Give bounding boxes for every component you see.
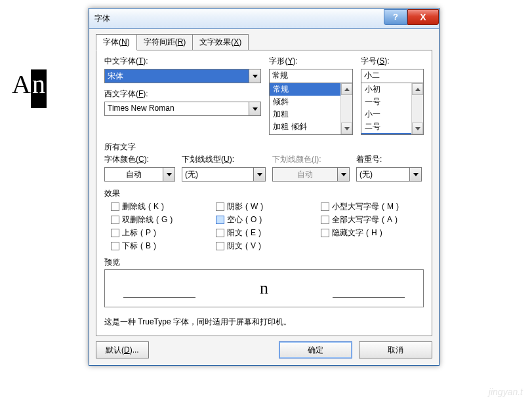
chevron-down-icon — [167, 173, 172, 176]
tab-text-effects[interactable]: 文字效果(X) — [193, 34, 249, 50]
cn-font-value: 宋体 — [105, 69, 249, 83]
close-icon: X — [420, 12, 426, 22]
size-label: 字号(S): — [361, 56, 424, 67]
cancel-button[interactable]: 取消 — [359, 341, 432, 358]
titlebar[interactable]: 字体 ? X — [89, 9, 439, 29]
chevron-down-icon — [341, 173, 346, 176]
size-option[interactable]: 小二 — [361, 133, 411, 134]
checkbox-superscript[interactable]: 上标(P) — [111, 227, 190, 239]
style-option[interactable]: 倾斜 — [270, 96, 340, 108]
all-text-label: 所有文字 — [104, 142, 424, 153]
chevron-down-icon — [415, 127, 420, 130]
scroll-track[interactable] — [341, 95, 352, 123]
document-text: An — [12, 69, 47, 100]
effects-col1: 删除线(K) 双删除线(G) 上标(P) 下标(B) — [111, 201, 190, 252]
checkbox-icon — [216, 242, 224, 250]
underline-color-label: 下划线颜色(I): — [272, 154, 350, 165]
checkbox-double-strike[interactable]: 双删除线(G) — [111, 214, 190, 225]
help-button[interactable]: ? — [384, 9, 407, 25]
chevron-down-icon — [344, 127, 350, 130]
style-label: 字形(Y): — [269, 56, 353, 67]
scroll-down-button[interactable] — [341, 123, 352, 134]
checkbox-all-caps[interactable]: 全部大写字母(A) — [321, 214, 419, 225]
scroll-up-button[interactable] — [412, 83, 423, 95]
size-option[interactable]: 一号 — [361, 96, 411, 108]
preview-line — [333, 297, 405, 298]
scroll-down-button[interactable] — [412, 123, 423, 134]
effects-col2: 阴影(W) 空心(O) 阳文(E) 阴文(V) — [216, 201, 295, 252]
watermark: jingyan.t — [489, 387, 523, 397]
checkbox-icon — [321, 202, 329, 211]
chevron-down-icon — [257, 173, 262, 176]
checkbox-icon — [111, 229, 119, 237]
emphasis-dropdown-button[interactable] — [409, 168, 421, 181]
size-option[interactable]: 小初 — [361, 83, 411, 96]
checkbox-icon — [111, 216, 119, 224]
style-option[interactable]: 常规 — [270, 83, 340, 96]
tab-panel: 中文字体(T): 宋体 西文字体(F): Times New Roman — [96, 50, 432, 336]
chevron-down-icon — [413, 173, 419, 176]
cn-font-dropdown-button[interactable] — [249, 69, 260, 83]
checkbox-strikethrough[interactable]: 删除线(K) — [111, 201, 190, 212]
preview-line — [123, 297, 195, 298]
preview-label: 预览 — [104, 257, 424, 268]
underline-value: (无) — [182, 168, 253, 181]
underline-dropdown-button[interactable] — [253, 168, 265, 181]
ok-button[interactable]: 确定 — [279, 341, 352, 358]
underline-combo[interactable]: (无) — [182, 167, 266, 182]
scroll-track[interactable] — [412, 95, 423, 123]
en-font-value: Times New Roman — [105, 102, 249, 115]
underline-color-dropdown-button — [337, 168, 349, 181]
emphasis-label: 着重号: — [356, 154, 422, 165]
underline-color-value: 自动 — [273, 168, 337, 181]
checkbox-subscript[interactable]: 下标(B) — [111, 240, 190, 252]
effects-col3: 小型大写字母(M) 全部大写字母(A) 隐藏文字(H) — [321, 201, 419, 252]
checkbox-icon — [321, 229, 329, 237]
chevron-up-icon — [415, 88, 420, 91]
default-button[interactable]: 默认(D)... — [96, 341, 149, 358]
size-option[interactable]: 二号 — [361, 121, 411, 133]
size-option[interactable]: 小一 — [361, 108, 411, 121]
effects-label: 效果 — [104, 188, 424, 199]
font-color-dropdown-button[interactable] — [163, 168, 174, 181]
style-option[interactable]: 加粗 — [270, 108, 340, 121]
scroll-up-button[interactable] — [341, 83, 352, 95]
size-listbox[interactable]: 小初 一号 小一 二号 小二 — [361, 83, 424, 135]
size-scrollbar[interactable] — [411, 83, 423, 134]
checkbox-emboss[interactable]: 阳文(E) — [216, 227, 295, 239]
checkbox-icon — [216, 229, 224, 237]
doc-char-n-selected: n — [31, 69, 47, 108]
checkbox-icon — [216, 202, 224, 211]
emphasis-value: (无) — [357, 168, 409, 181]
doc-char-a: A — [12, 69, 31, 99]
size-input[interactable]: 小二 — [361, 69, 424, 83]
preview-box: n — [104, 269, 424, 307]
preview-char: n — [260, 279, 268, 298]
style-listbox[interactable]: 常规 倾斜 加粗 加粗 倾斜 — [269, 83, 353, 135]
font-dialog: 字体 ? X 字体(N) 字符间距(R) 文字效果(X) 中文字体(T): — [89, 8, 440, 366]
checkbox-small-caps[interactable]: 小型大写字母(M) — [321, 201, 419, 212]
style-input[interactable]: 常规 — [269, 69, 353, 83]
checkbox-shadow[interactable]: 阴影(W) — [216, 201, 295, 212]
tab-char-spacing[interactable]: 字符间距(R) — [137, 34, 194, 50]
underline-color-combo: 自动 — [272, 167, 350, 182]
en-font-combo[interactable]: Times New Roman — [104, 102, 261, 116]
checkbox-engrave[interactable]: 阴文(V) — [216, 240, 295, 252]
checkbox-hidden[interactable]: 隐藏文字(H) — [321, 227, 419, 239]
checkbox-outline[interactable]: 空心(O) — [216, 214, 295, 225]
emphasis-combo[interactable]: (无) — [356, 167, 422, 182]
tab-font[interactable]: 字体(N) — [96, 34, 137, 50]
font-type-note: 这是一种 TrueType 字体，同时适用于屏幕和打印机。 — [104, 317, 424, 328]
checkbox-icon — [111, 242, 119, 250]
font-color-value: 自动 — [105, 168, 163, 181]
cn-font-combo[interactable]: 宋体 — [104, 69, 261, 83]
checkbox-icon — [321, 216, 329, 224]
style-option[interactable]: 加粗 倾斜 — [270, 121, 340, 133]
en-font-dropdown-button[interactable] — [249, 102, 260, 115]
close-button[interactable]: X — [407, 9, 439, 25]
tab-strip: 字体(N) 字符间距(R) 文字效果(X) — [96, 34, 432, 50]
font-color-combo[interactable]: 自动 — [104, 167, 175, 182]
checkbox-icon — [216, 216, 224, 224]
font-color-label: 字体颜色(C): — [104, 154, 175, 165]
style-scrollbar[interactable] — [340, 83, 352, 134]
